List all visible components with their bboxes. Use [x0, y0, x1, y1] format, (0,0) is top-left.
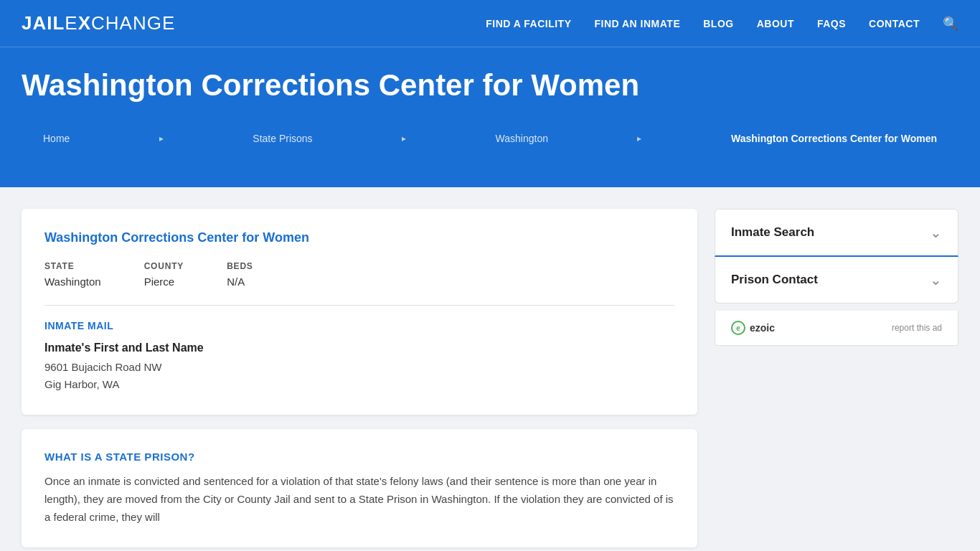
breadcrumb-sep-1: ▸: [159, 133, 164, 143]
inmate-mail-label: INMATE MAIL: [44, 320, 674, 331]
site-logo[interactable]: JAILEXCHANGE: [22, 12, 175, 34]
prison-contact-chevron-icon: ⌄: [930, 271, 942, 288]
address-line1: 9601 Bujacich Road NW: [44, 361, 161, 373]
inmate-search-chevron-icon: ⌄: [930, 224, 942, 241]
beds-col: BEDS N/A: [227, 261, 253, 288]
info-heading: WHAT IS A STATE PRISON?: [44, 451, 674, 463]
ezoic-label: ezoic: [750, 322, 775, 334]
inmate-search-panel: Inmate Search ⌄: [715, 209, 958, 257]
breadcrumb-sep-3: ▸: [637, 133, 641, 143]
state-col: STATE Washington: [44, 261, 101, 288]
breadcrumb-washington[interactable]: Washington: [496, 133, 548, 144]
breadcrumb-sep-2: ▸: [402, 133, 406, 143]
nav-blog[interactable]: BLOG: [703, 18, 733, 29]
breadcrumb-current: Washington Corrections Center for Women: [731, 133, 937, 144]
county-col: COUNTY Pierce: [144, 261, 184, 288]
breadcrumb: Home ▸ State Prisons ▸ Washington ▸ Wash…: [22, 115, 958, 161]
facility-card-title: Washington Corrections Center for Women: [44, 230, 674, 245]
facility-card: Washington Corrections Center for Women …: [22, 209, 697, 415]
prison-contact-item[interactable]: Prison Contact ⌄: [715, 257, 958, 303]
nav-about[interactable]: ABOUT: [757, 18, 794, 29]
breadcrumb-state-prisons[interactable]: State Prisons: [253, 133, 312, 144]
page-title: Washington Corrections Center for Women: [22, 69, 958, 102]
card-divider: [44, 305, 674, 306]
nav-links: FIND A FACILITY FIND AN INMATE BLOG ABOU…: [486, 16, 958, 32]
ezoic-icon: e: [731, 321, 745, 335]
main-content: Washington Corrections Center for Women …: [22, 209, 697, 547]
inmate-address: 9601 Bujacich Road NW Gig Harbor, WA: [44, 359, 674, 393]
inmate-search-item[interactable]: Inmate Search ⌄: [715, 209, 958, 255]
navigation: JAILEXCHANGE FIND A FACILITY FIND AN INM…: [0, 0, 980, 47]
info-body: Once an inmate is convicted and sentence…: [44, 473, 674, 526]
nav-faqs[interactable]: FAQs: [817, 18, 846, 29]
ad-bar: e ezoic report this ad: [715, 311, 958, 346]
address-line2: Gig Harbor, WA: [44, 378, 119, 390]
nav-find-facility[interactable]: FIND A FACILITY: [486, 18, 571, 29]
state-value: Washington: [44, 276, 101, 288]
state-label: STATE: [44, 261, 101, 271]
facility-info-grid: STATE Washington COUNTY Pierce BEDS N/A: [44, 261, 674, 288]
report-ad-link[interactable]: report this ad: [892, 323, 942, 333]
beds-label: BEDS: [227, 261, 253, 271]
breadcrumb-home[interactable]: Home: [43, 133, 70, 144]
sidebar: Inmate Search ⌄ Prison Contact ⌄ e ezoic…: [715, 209, 958, 346]
nav-contact[interactable]: CONTACT: [869, 18, 920, 29]
nav-find-inmate[interactable]: FIND AN INMATE: [594, 18, 680, 29]
ezoic-logo: e ezoic: [731, 321, 775, 335]
county-label: COUNTY: [144, 261, 184, 271]
prison-contact-panel: Prison Contact ⌄: [715, 257, 958, 303]
hero-section: Washington Corrections Center for Women …: [0, 47, 980, 187]
inmate-name: Inmate's First and Last Name: [44, 342, 674, 354]
inmate-search-label: Inmate Search: [731, 225, 814, 240]
search-icon[interactable]: 🔍: [943, 16, 958, 32]
county-value: Pierce: [144, 276, 184, 288]
page-body: Washington Corrections Center for Women …: [0, 187, 980, 551]
prison-contact-label: Prison Contact: [731, 273, 818, 287]
info-card: WHAT IS A STATE PRISON? Once an inmate i…: [22, 429, 697, 547]
beds-value: N/A: [227, 276, 253, 288]
